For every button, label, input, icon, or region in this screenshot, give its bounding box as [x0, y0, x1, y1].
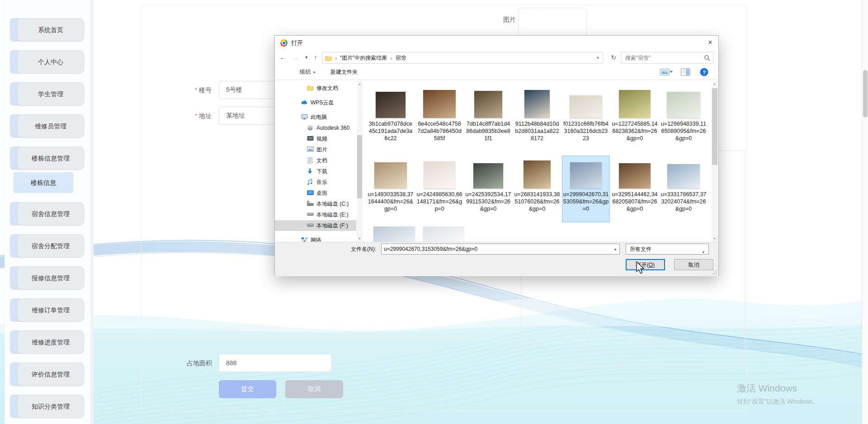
address-bar[interactable]: › “图片”中的搜索结果 › 宿舍 ▼ — [322, 52, 603, 64]
filename-input[interactable] — [382, 244, 610, 254]
windows-activation-watermark: 激活 Windows 转到“设置”以激活 Windows。 — [737, 382, 819, 406]
sidebar-item-home[interactable]: 系统首页 — [5, 18, 90, 42]
breadcrumb-segment-folder[interactable]: 宿舍 — [396, 54, 406, 62]
tree-item-pictures[interactable]: 图片 — [275, 144, 356, 155]
help-icon[interactable]: ? — [700, 68, 708, 76]
tree-scrollbar[interactable]: ▲ ▼ — [357, 81, 363, 242]
dialog-cancel-button[interactable]: 取消 — [674, 259, 713, 270]
sidebar-item-evaluation[interactable]: 评价信息管理 — [5, 363, 90, 386]
file-thumbnail — [374, 162, 407, 188]
sidebar-subitem-building-info[interactable]: 楼栋信息 — [14, 172, 73, 193]
refresh-icon[interactable]: ↻ — [608, 52, 619, 64]
sidebar-item-repair-order[interactable]: 维修订单管理 — [5, 298, 90, 322]
sidebar-item-label: 维修订单管理 — [17, 298, 84, 322]
file-open-dialog: 打开 × ← → ▼ ↑ › “图片”中的搜索结果 › 宿舍 ▼ ↻ — [274, 35, 719, 276]
submit-button[interactable]: 提交 — [219, 380, 276, 398]
file-scrollbar-thumb[interactable] — [712, 88, 717, 165]
file-item[interactable]: u=2425392534,1799115302&fm=26&gp=0 — [465, 156, 512, 222]
tree-item-documents[interactable]: 文档 — [275, 155, 356, 166]
sidebar-item-student[interactable]: 学生管理 — [5, 82, 90, 106]
preview-pane-icon[interactable] — [681, 68, 690, 76]
dialog-titlebar[interactable]: 打开 × — [275, 36, 718, 50]
scroll-down-icon[interactable]: ▼ — [357, 236, 363, 242]
file-name: u=2683141933,3851076026&fm=26&gp=0 — [514, 191, 561, 212]
sidebar-item-knowledge[interactable]: 知识分类管理 — [5, 395, 90, 418]
breadcrumb-segment-search[interactable]: “图片”中的搜索结果 — [340, 54, 387, 62]
file-item[interactable]: 9112b48b84d10db2d8031aa1a8228172 — [514, 85, 561, 151]
sidebar-item-repair-report[interactable]: 报修信息管理 — [5, 266, 90, 290]
tree-item-desktop[interactable]: 桌面 — [275, 188, 356, 198]
file-item[interactable]: u=3331786537,3732024074&fm=26&gp=0 — [660, 156, 707, 222]
file-item[interactable]: u=3295144462,3468205807&fm=26&gp=0 — [611, 156, 658, 222]
scroll-up-icon[interactable]: ▲ — [712, 81, 717, 87]
file-name: u=1227245885,1468238362&fm=26&gp=0 — [611, 120, 658, 142]
file-item[interactable]: u=2999042670,3153059&fm=26&gp=0 — [562, 156, 609, 222]
view-mode-icon[interactable] — [660, 68, 674, 76]
file-item[interactable]: f01231c66fb76fb43160a3216dcb2323 — [562, 85, 609, 151]
tree-item-label: 修改文档 — [316, 83, 338, 94]
file-item-partial[interactable] — [423, 226, 464, 242]
tree-item-disk-f[interactable]: 本地磁盘 (F:) — [275, 220, 356, 231]
close-icon[interactable]: × — [703, 36, 717, 49]
filetype-chevron-icon: ▼ — [702, 248, 705, 258]
sidebar-item-repairman[interactable]: 维修员管理 — [5, 114, 90, 138]
tree-item-disk-c[interactable]: 本地磁盘 (C:) — [275, 198, 356, 209]
sidebar-item-label: 维修进度管理 — [17, 330, 84, 354]
tree-item-music[interactable]: 音乐 — [275, 177, 356, 188]
file-thumbnail — [423, 90, 456, 118]
scroll-down-icon[interactable]: ▼ — [712, 236, 717, 242]
sidebar-item-profile[interactable]: 个人中心 — [5, 50, 90, 74]
scroll-up-icon[interactable]: ▲ — [357, 81, 363, 87]
search-input[interactable] — [622, 52, 702, 63]
open-button[interactable]: 打开(O) — [626, 259, 665, 270]
sidebar-scrollbar[interactable] — [90, 0, 94, 424]
sidebar-item-dorm-assign[interactable]: 宿舍分配管理 — [5, 234, 90, 258]
filename-dropdown-chevron-icon[interactable]: ▼ — [613, 248, 617, 252]
up-icon[interactable]: ↑ — [310, 51, 321, 65]
address-dropdown-chevron-icon[interactable]: ▼ — [596, 56, 600, 60]
disk-icon — [307, 212, 314, 218]
video-icon — [307, 136, 314, 142]
file-thumbnail — [524, 160, 551, 188]
file-list-scrollbar[interactable]: ▲ ▼ — [712, 81, 718, 242]
sidebar-item-label: 楼栋信息管理 — [17, 146, 84, 170]
tree-item-disk-e[interactable]: 本地磁盘 (E:) — [275, 209, 356, 220]
tree-item-modified-docs[interactable]: 修改文档 — [275, 83, 356, 94]
area-input[interactable] — [219, 354, 332, 372]
page-scrollbar[interactable] — [862, 0, 868, 424]
sidebar-item-dorm-info[interactable]: 宿舍信息管理 — [5, 202, 90, 226]
sidebar-item-repair-progress[interactable]: 维修进度管理 — [5, 330, 90, 354]
file-item[interactable]: 7db14c8ff7ab1d486dab9835b3ee81f1 — [465, 85, 512, 151]
back-icon[interactable]: ← — [278, 51, 288, 65]
file-item[interactable]: u=2424985630,66148171&fm=26&gp=0 — [416, 156, 463, 222]
file-item-partial[interactable] — [373, 226, 415, 242]
form-cancel-button[interactable]: 取消 — [285, 380, 343, 398]
doc-icon — [307, 157, 314, 164]
tree-scrollbar-thumb[interactable] — [357, 135, 362, 198]
disk-icon — [307, 222, 314, 229]
file-item[interactable]: u=2683141933,3851076026&fm=26&gp=0 — [514, 156, 561, 222]
dialog-toolbar: 组织▼ 新建文件夹 ? — [275, 65, 718, 80]
file-thumbnail — [424, 161, 455, 188]
file-item[interactable]: u=1493033538,371644400&fm=26&gp=0 — [367, 156, 414, 222]
file-thumbnail-wrap — [562, 158, 609, 188]
tree-item-videos[interactable]: 视频 — [275, 133, 356, 144]
filetype-select[interactable]: 所有文件 ▼ — [626, 244, 709, 254]
tree-item-wps-cloud[interactable]: WPS云盘 — [275, 97, 356, 108]
file-item[interactable]: 6e4cce548c47587d2a84b786450d585f — [416, 85, 463, 151]
file-item[interactable]: u=1298948339,1165089095&fm=26&gp=0 — [660, 85, 707, 151]
file-name: 6e4cce548c47587d2a84b786450d585f — [416, 120, 463, 142]
a360-icon — [307, 125, 314, 132]
organize-button[interactable]: 组织▼ — [300, 65, 316, 80]
file-item[interactable]: u=1227245885,1468238362&fm=26&gp=0 — [611, 85, 658, 151]
resize-grip[interactable] — [712, 269, 717, 275]
tree-item-downloads[interactable]: 下载 — [275, 166, 356, 177]
file-thumbnail-wrap — [660, 87, 707, 118]
tree-item-autodesk-360[interactable]: Autodesk 360 — [275, 122, 356, 133]
file-item[interactable]: 3b1cab97d78dce45c191ada7de3a6c22 — [367, 85, 414, 151]
sidebar-item-building-mgmt[interactable]: 楼栋信息管理 — [5, 146, 90, 170]
page-scrollbar-thumb[interactable] — [863, 70, 868, 118]
new-folder-button[interactable]: 新建文件夹 — [330, 65, 358, 80]
forward-icon[interactable]: → — [290, 51, 301, 65]
tree-item-this-pc[interactable]: 此电脑 — [275, 112, 356, 122]
